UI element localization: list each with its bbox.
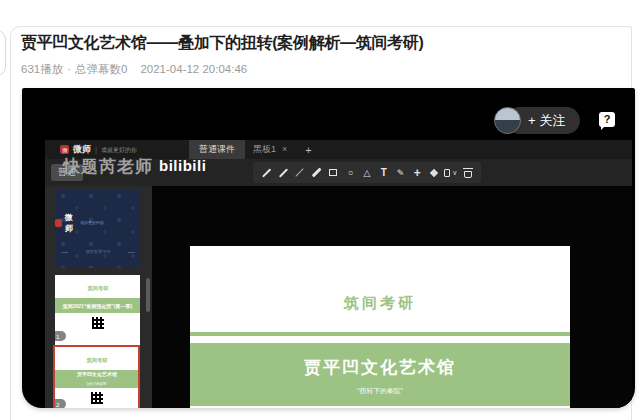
uploader-avatar[interactable] [494,107,521,134]
courseware-tabs: 普通课件 黑板1× + [189,140,312,159]
cover-logo-row: 微师 成就更好的你 [55,212,140,234]
triangle-tool-icon[interactable]: △ [359,162,374,183]
weishi-logo-icon [55,219,62,227]
danmaku-count: 总弹幕数0 [75,63,127,75]
slide-title-band: 贾平凹文化艺术馆 “扭转下的秦院” [190,343,570,406]
thumb-header-text: 筑间考研 [86,356,107,363]
teacher-watermark: 快题芮老师 [63,155,153,178]
cover-footer: 微师直播平台 [55,245,140,259]
slide-title: 贾平凹文化艺术馆 [190,356,570,379]
thumb-green-band: 筑间2021“案例强化营”(第一季) [55,298,140,313]
video-stats: 631播放·总弹幕数02021-04-12 20:04:46 [21,62,247,77]
sidebar-scrollbar[interactable] [146,278,150,312]
trash-icon[interactable] [460,162,475,183]
slide-brand-text: 筑间考研 [190,294,570,313]
tab-close-icon[interactable]: × [282,144,287,154]
recorded-app-screen: 微 微师 | 成就更好的你 普通课件 黑板1× + 普通 快题芮老师 bilib… [45,140,632,408]
qr-code [92,317,104,329]
pen-medium-icon[interactable] [276,162,291,183]
ellipse-tool-icon[interactable]: ○ [344,162,357,183]
slide-number-badge: 1 [55,331,66,341]
slide-thumbnail-panel: 微师 成就更好的你 微师直播平台 筑间考研 筑间2021“案例强化营”(第一季)… [45,186,152,408]
video-title: 贾平凹文化艺术馆——叠加下的扭转(案例解析—筑间考研) [21,33,621,54]
thumb-header-text: 筑间考研 [87,284,108,291]
move-tool-icon[interactable]: + [410,162,425,183]
main-slide: 筑间考研 贾平凹文化艺术馆 “扭转下的秦院” [190,246,570,408]
app-body: 微师 成就更好的你 微师直播平台 筑间考研 筑间2021“案例强化营”(第一季)… [45,186,632,408]
drawing-toolbar: ○ △ T ✎ + ∨ [253,162,481,183]
chevron-down-icon[interactable]: ∨ [452,169,457,177]
pen-light-icon[interactable] [292,162,307,183]
slide-number-badge: 2 [53,399,66,408]
marker-tool-icon[interactable]: ✎ [393,162,408,183]
new-tab-button[interactable]: + [305,144,311,156]
tab-blackboard-1[interactable]: 黑板1× [245,140,295,159]
thumbnail-slide-2-selected[interactable]: 筑间考研 贾平凹文化艺术馆 “扭转下的秦院” 2 [53,345,140,408]
bilibili-watermark: bilibili [159,157,206,174]
play-count: 631播放 [21,63,63,75]
stats-separator: · [67,63,71,75]
text-tool-icon[interactable]: T [376,162,391,183]
thumb-green-band: 贾平凹文化艺术馆 “扭转下的秦院” [53,370,140,388]
green-divider-top [190,332,570,336]
qr-code [91,392,103,404]
slide-subtitle: “扭转下的秦院” [251,386,509,396]
pen-thin-icon[interactable] [259,162,274,183]
rectangle-tool-icon[interactable] [326,162,341,183]
clear-page-icon[interactable]: ∨ [443,162,458,183]
page-edge-fragment [0,30,6,76]
weishi-logo-icon: 微 [60,145,69,154]
publish-datetime: 2021-04-12 20:04:46 [140,63,247,75]
pen-thick-icon[interactable] [309,162,324,183]
thumbnail-slide-1[interactable]: 筑间考研 筑间2021“案例强化营”(第一季) 1 [55,275,140,345]
uploader-follow-group: + 关注 [494,107,580,134]
help-icon[interactable]: ? [599,112,615,127]
cover-tagline: 成就更好的你 [80,220,104,226]
thumbnail-cover-slide[interactable]: 微师 成就更好的你 微师直播平台 [55,190,140,268]
app-tagline: 成就更好的你 [101,145,137,153]
video-player[interactable]: + 关注 ? 微 微师 | 成就更好的你 普通课件 黑板1× + 普通 快题芮老… [22,88,635,408]
cover-logo-text: 微师 [65,212,78,234]
logo-divider: | [95,145,97,154]
eraser-tool-icon[interactable] [427,162,442,183]
